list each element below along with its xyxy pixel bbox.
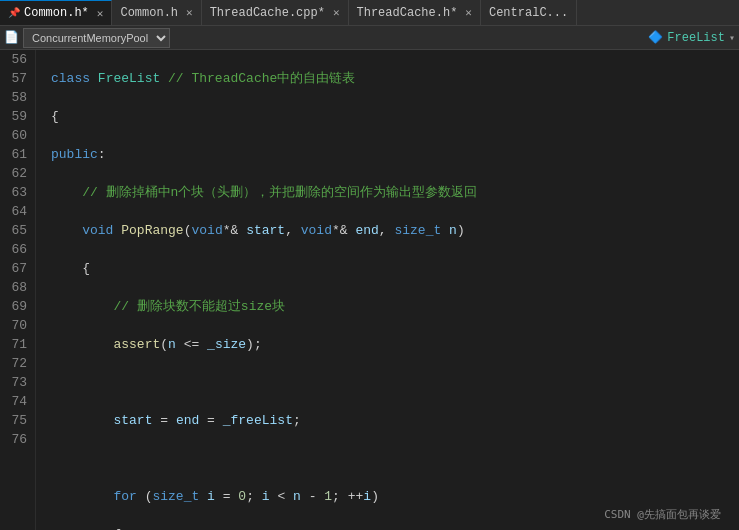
line-num-61: 61 (4, 145, 27, 164)
tab-pin-icon: 📌 (8, 7, 20, 19)
line-num-66: 66 (4, 240, 27, 259)
code-line-67: for (size_t i = 0; i < n - 1; ++i) (51, 487, 739, 506)
file-icon: 📄 (4, 30, 19, 45)
line-num-69: 69 (4, 297, 27, 316)
code-content[interactable]: class FreeList // ThreadCache中的自由链表 { pu… (39, 50, 739, 530)
breadcrumb-select[interactable]: ConcurrentMemoryPool (23, 28, 170, 48)
line-num-64: 64 (4, 202, 27, 221)
code-line-68: { (51, 525, 739, 530)
line-num-65: 65 (4, 221, 27, 240)
line-num-76: 76 (4, 430, 27, 449)
code-line-63: assert(n <= _size); (51, 335, 739, 354)
tab-close-button[interactable]: ✕ (186, 6, 193, 19)
line-num-71: 71 (4, 335, 27, 354)
tab-centralc[interactable]: CentralC... (481, 0, 577, 25)
code-line-62: // 删除块数不能超过size块 (51, 297, 739, 316)
code-line-57: { (51, 107, 739, 126)
line-num-67: 67 (4, 259, 27, 278)
toolbar: 📄 ConcurrentMemoryPool 🔷 FreeList ▾ (0, 26, 739, 50)
line-num-60: 60 (4, 126, 27, 145)
tab-close-button[interactable]: ✕ (333, 6, 340, 19)
line-num-72: 72 (4, 354, 27, 373)
code-line-65: start = end = _freeList; (51, 411, 739, 430)
code-line-56: class FreeList // ThreadCache中的自由链表 (51, 69, 739, 88)
code-line-64 (51, 373, 739, 392)
code-area: 56 57 58 59 60 61 62 63 64 65 66 67 68 6… (0, 50, 739, 530)
tab-close-button[interactable]: ✕ (465, 6, 472, 19)
tab-label: Common.h* (24, 6, 89, 20)
line-num-58: 58 (4, 88, 27, 107)
tab-common-h[interactable]: Common.h ✕ (112, 0, 201, 25)
tab-label: Common.h (120, 6, 178, 20)
tab-threadcache-h[interactable]: ThreadCache.h* ✕ (349, 0, 481, 25)
line-num-63: 63 (4, 183, 27, 202)
tab-label: ThreadCache.h* (357, 6, 458, 20)
code-line-66 (51, 449, 739, 468)
code-line-59: // 删除掉桶中n个块（头删），并把删除的空间作为输出型参数返回 (51, 183, 739, 202)
line-num-68: 68 (4, 278, 27, 297)
tab-label: ThreadCache.cpp* (210, 6, 325, 20)
line-num-70: 70 (4, 316, 27, 335)
tab-bar: 📌 Common.h* ✕ Common.h ✕ ThreadCache.cpp… (0, 0, 739, 26)
line-num-56: 56 (4, 50, 27, 69)
line-num-57: 57 (4, 69, 27, 88)
tab-common-h-modified[interactable]: 📌 Common.h* ✕ (0, 0, 112, 25)
line-num-73: 73 (4, 373, 27, 392)
code-line-61: { (51, 259, 739, 278)
line-num-62: 62 (4, 164, 27, 183)
freelist-icon: 🔷 (648, 30, 663, 45)
line-num-75: 75 (4, 411, 27, 430)
tab-threadcache-cpp[interactable]: ThreadCache.cpp* ✕ (202, 0, 349, 25)
tab-close-button[interactable]: ✕ (97, 7, 104, 20)
tab-label: CentralC... (489, 6, 568, 20)
line-num-74: 74 (4, 392, 27, 411)
code-line-58: public: (51, 145, 739, 164)
breadcrumb-right: 🔷 FreeList ▾ (648, 30, 735, 45)
freelist-label: FreeList (667, 31, 725, 45)
watermark: CSDN @先搞面包再谈爱 (604, 507, 721, 522)
line-numbers: 56 57 58 59 60 61 62 63 64 65 66 67 68 6… (0, 50, 36, 530)
line-num-59: 59 (4, 107, 27, 126)
breadcrumb-dropdown-icon[interactable]: ▾ (729, 32, 735, 44)
code-line-60: void PopRange(void*& start, void*& end, … (51, 221, 739, 240)
